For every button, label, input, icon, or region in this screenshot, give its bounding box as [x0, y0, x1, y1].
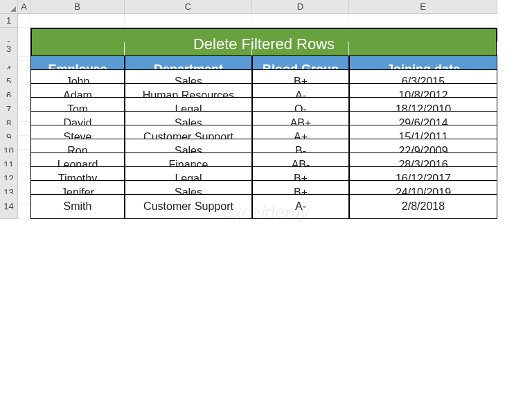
select-all-cell[interactable]	[0, 0, 18, 14]
row-header-1[interactable]: 1	[0, 14, 18, 28]
cell-A1[interactable]	[18, 14, 30, 28]
cell-E1[interactable]	[349, 14, 497, 28]
col-header-A[interactable]: A	[18, 0, 30, 14]
data-cell-r9-c1[interactable]: Customer Support	[125, 194, 252, 219]
cell-A3[interactable]	[18, 42, 30, 57]
row-header-14[interactable]: 14	[0, 194, 18, 219]
col-header-B[interactable]: B	[30, 0, 125, 14]
col-header-D[interactable]: D	[252, 0, 349, 14]
row-header-3[interactable]: 3	[0, 42, 18, 57]
data-cell-r9-c0[interactable]: Smith	[30, 194, 125, 219]
cell-B1[interactable]	[30, 14, 125, 28]
data-cell-r9-c2[interactable]: A-	[252, 194, 349, 219]
cell-D3[interactable]	[252, 42, 349, 57]
cell-E3[interactable]	[349, 42, 497, 57]
cell-A14[interactable]	[18, 194, 30, 219]
data-cell-r9-c3[interactable]: 2/8/2018	[349, 194, 497, 219]
cell-D1[interactable]	[252, 14, 349, 28]
col-header-E[interactable]: E	[349, 0, 497, 14]
cell-B3[interactable]	[30, 42, 125, 57]
cell-C1[interactable]	[125, 14, 252, 28]
col-header-C[interactable]: C	[125, 0, 252, 14]
cell-C3[interactable]	[125, 42, 252, 57]
